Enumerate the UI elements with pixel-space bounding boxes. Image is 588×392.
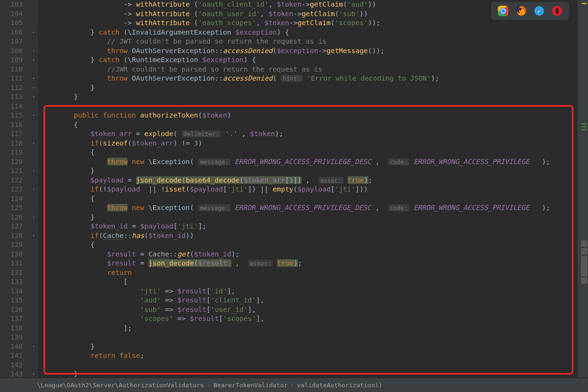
error-stripe[interactable] [578,0,588,377]
breadcrumb-separator: › [291,381,294,390]
breadcrumb-item[interactable]: BearerTokenValidator [213,381,288,390]
breadcrumb-item[interactable]: \League\OAuth2\Server\AuthorizationValid… [37,381,204,390]
safari-icon[interactable] [534,6,544,16]
browser-icon-tray [491,2,569,20]
chrome-icon[interactable] [498,6,508,16]
code-area[interactable]: -> withAttribute ('oauth_client_id', $to… [38,0,578,377]
code-editor[interactable]: 1031041051061071081091101111121131141151… [0,0,578,377]
breadcrumb-item[interactable]: validateAuthorization() [297,381,382,390]
breadcrumb-separator: › [207,381,211,390]
firefox-icon[interactable] [516,6,526,16]
breadcrumbs-bar[interactable]: \League\OAuth2\Server\AuthorizationValid… [0,378,588,392]
fold-column[interactable]: ▾▾▾▾▾▾▾▾▾▾▾▾▾▾ [29,0,38,377]
opera-icon[interactable] [552,6,562,16]
line-number-gutter: 1031041051061071081091101111121131141151… [0,0,29,377]
svg-point-13 [556,8,558,14]
